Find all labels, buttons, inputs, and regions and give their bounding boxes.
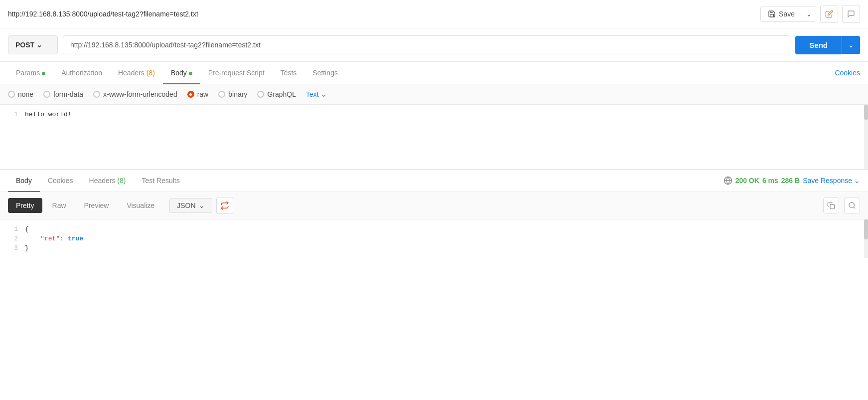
format-type-select[interactable]: JSON ⌄ xyxy=(169,198,212,213)
params-dot xyxy=(42,72,45,75)
format-tab-pretty[interactable]: Pretty xyxy=(8,198,42,213)
json-ln-3: 3 xyxy=(0,244,25,252)
save-response-button[interactable]: Save Response ⌄ xyxy=(803,177,860,185)
option-graphql[interactable]: GraphQL xyxy=(257,90,296,98)
top-bar: http://192.168.8.135:8000/upload/test-ta… xyxy=(0,0,868,28)
radio-x-www-form-urlencoded xyxy=(93,91,100,98)
url-input[interactable] xyxy=(63,35,790,54)
json-close-brace: } xyxy=(25,244,29,252)
tab-body[interactable]: Body xyxy=(163,62,200,84)
format-tab-visualize[interactable]: Visualize xyxy=(119,198,162,213)
editor-scrollbar-thumb xyxy=(864,105,868,120)
method-select[interactable]: POST ⌄ xyxy=(8,35,58,54)
edit-button[interactable] xyxy=(820,5,838,23)
svg-rect-2 xyxy=(830,204,835,209)
editor-line-1: 1 hello world! xyxy=(0,110,868,119)
wrap-button[interactable] xyxy=(216,197,233,214)
response-body: 1 { 2 "ret": true 3 } xyxy=(0,219,868,258)
editor-vertical-scrollbar[interactable] xyxy=(864,105,868,169)
response-section: Body Cookies Headers (8) Test Results 20… xyxy=(0,170,868,258)
resp-tab-headers[interactable]: Headers (8) xyxy=(81,170,134,192)
radio-none xyxy=(8,91,15,98)
line-content-1: hello world! xyxy=(25,111,868,118)
response-scrollbar-thumb xyxy=(864,219,868,239)
svg-line-4 xyxy=(854,207,855,208)
option-raw[interactable]: raw xyxy=(187,90,209,98)
option-form-data[interactable]: form-data xyxy=(43,90,83,98)
search-icon xyxy=(848,201,856,209)
tab-params[interactable]: Params xyxy=(8,62,53,84)
save-button-group: Save ⌄ xyxy=(760,6,816,22)
globe-icon xyxy=(723,176,732,185)
request-editor[interactable]: 1 hello world! xyxy=(0,105,868,170)
json-open-brace: { xyxy=(25,225,29,233)
response-size: 286 B xyxy=(781,177,800,185)
tab-tests[interactable]: Tests xyxy=(273,62,305,84)
json-line-2: 2 "ret": true xyxy=(0,234,868,243)
comment-button[interactable] xyxy=(842,5,860,23)
response-meta: 200 OK 6 ms 286 B Save Response ⌄ xyxy=(723,176,860,185)
json-line-3: 3 } xyxy=(0,243,868,253)
copy-icon xyxy=(827,201,835,209)
response-vertical-scrollbar[interactable] xyxy=(864,219,868,258)
send-button[interactable]: Send xyxy=(795,36,842,54)
send-dropdown-button[interactable]: ⌄ xyxy=(842,36,860,54)
cookies-link[interactable]: Cookies xyxy=(835,69,860,77)
send-button-group: Send ⌄ xyxy=(795,36,860,54)
save-response-chevron-icon: ⌄ xyxy=(854,177,860,185)
save-icon xyxy=(768,10,776,18)
save-dropdown-button[interactable]: ⌄ xyxy=(802,7,816,21)
response-tabs-row: Body Cookies Headers (8) Test Results 20… xyxy=(0,170,868,192)
text-type-dropdown[interactable]: Text ⌄ xyxy=(306,90,327,98)
wrap-icon xyxy=(220,201,229,210)
response-format-actions xyxy=(823,198,860,213)
option-x-www-form-urlencoded[interactable]: x-www-form-urlencoded xyxy=(93,90,177,98)
radio-graphql xyxy=(257,91,264,98)
top-bar-url: http://192.168.8.135:8000/upload/test-ta… xyxy=(8,10,198,18)
json-line-1: 1 { xyxy=(0,224,868,234)
resp-tab-cookies[interactable]: Cookies xyxy=(40,170,81,192)
method-chevron-icon: ⌄ xyxy=(36,41,42,49)
tab-pre-request-script[interactable]: Pre-request Script xyxy=(200,62,273,84)
line-number-1: 1 xyxy=(0,111,25,118)
copy-button[interactable] xyxy=(823,198,839,213)
tab-settings[interactable]: Settings xyxy=(304,62,346,84)
json-ln-2: 2 xyxy=(0,235,25,242)
response-time: 6 ms xyxy=(762,177,778,185)
resp-tab-body[interactable]: Body xyxy=(8,170,40,192)
comment-icon xyxy=(847,10,855,18)
request-bar: POST ⌄ Send ⌄ xyxy=(0,28,868,62)
response-status: 200 OK xyxy=(735,177,759,185)
response-format-row: Pretty Raw Preview Visualize JSON ⌄ xyxy=(0,192,868,219)
resp-tab-test-results[interactable]: Test Results xyxy=(134,170,187,192)
svg-point-3 xyxy=(849,202,855,208)
search-button[interactable] xyxy=(844,198,860,213)
edit-icon xyxy=(825,10,833,18)
body-dot xyxy=(189,72,192,75)
save-button[interactable]: Save xyxy=(761,6,802,21)
json-ln-1: 1 xyxy=(0,225,25,233)
format-tab-preview[interactable]: Preview xyxy=(76,198,117,213)
format-type-chevron-icon: ⌄ xyxy=(199,201,205,209)
format-tab-raw[interactable]: Raw xyxy=(44,198,74,213)
text-type-chevron-icon: ⌄ xyxy=(321,90,327,98)
body-options-row: none form-data x-www-form-urlencoded raw… xyxy=(0,84,868,105)
option-binary[interactable]: binary xyxy=(218,90,247,98)
radio-raw xyxy=(187,91,194,98)
tab-authorization[interactable]: Authorization xyxy=(53,62,110,84)
tab-headers[interactable]: Headers (8) xyxy=(110,62,163,84)
radio-form-data xyxy=(43,91,50,98)
request-tabs-row: Params Authorization Headers (8) Body Pr… xyxy=(0,62,868,84)
option-none[interactable]: none xyxy=(8,90,33,98)
top-bar-actions: Save ⌄ xyxy=(760,5,860,23)
radio-binary xyxy=(218,91,225,98)
json-kv-ret: "ret": true xyxy=(25,235,83,242)
